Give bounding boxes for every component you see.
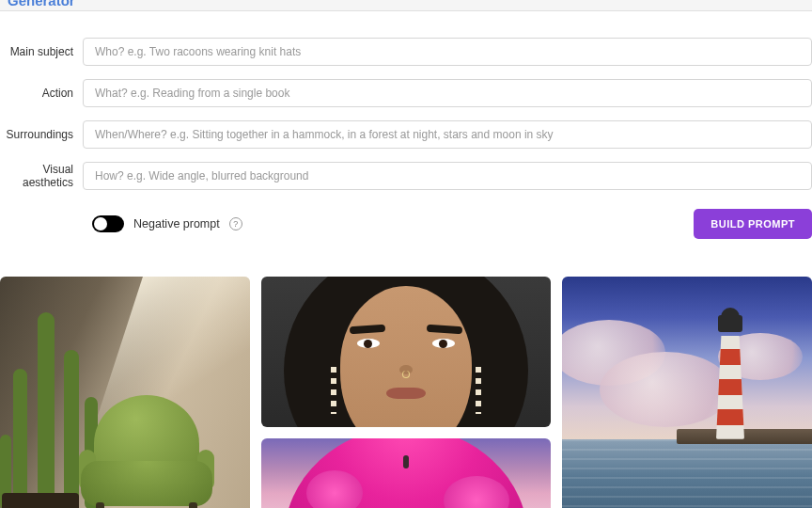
gallery-thumb[interactable] (261, 277, 551, 427)
row-action: Action (0, 79, 812, 107)
help-icon[interactable]: ? (229, 217, 242, 230)
label-surroundings: Surroundings (0, 128, 83, 141)
gallery-thumb[interactable] (261, 438, 551, 508)
example-gallery (0, 258, 812, 508)
label-action: Action (0, 87, 83, 100)
controls-row: Negative prompt ? BUILD PROMPT (0, 203, 812, 245)
label-visual-aesthetics: Visual aesthetics (0, 163, 83, 189)
input-visual-aesthetics[interactable] (83, 162, 812, 190)
row-surroundings: Surroundings (0, 120, 812, 149)
prompt-form: Main subject Action Surroundings Visual … (0, 11, 812, 258)
top-bar: Generator (0, 0, 812, 11)
gallery-thumb[interactable] (0, 277, 250, 508)
row-main-subject: Main subject (0, 38, 812, 66)
gallery-thumb[interactable] (562, 277, 812, 508)
build-prompt-button[interactable]: BUILD PROMPT (694, 209, 812, 239)
app-logo: Generator (8, 0, 75, 8)
input-surroundings[interactable] (83, 120, 812, 149)
row-visual-aesthetics: Visual aesthetics (0, 162, 812, 190)
negative-prompt-group: Negative prompt ? (92, 215, 242, 232)
input-main-subject[interactable] (83, 38, 812, 66)
label-main-subject: Main subject (0, 45, 83, 58)
negative-prompt-toggle[interactable] (92, 215, 124, 232)
negative-prompt-label: Negative prompt (133, 217, 220, 230)
input-action[interactable] (83, 79, 812, 107)
